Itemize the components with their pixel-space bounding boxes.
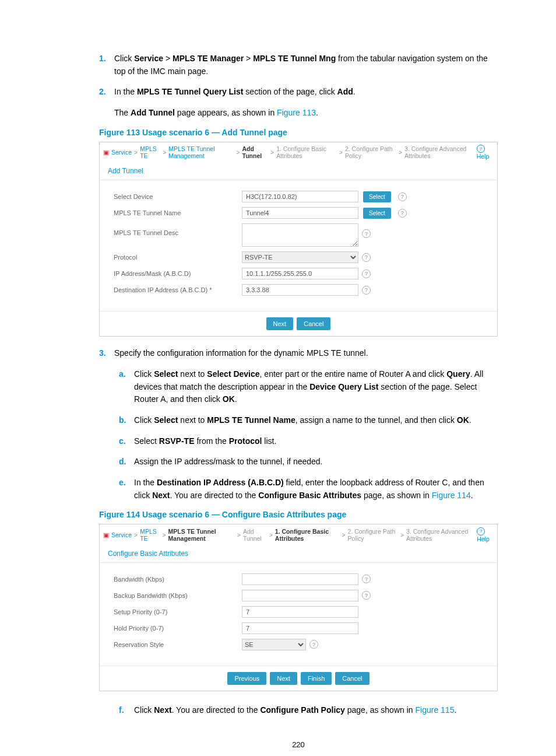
previous-button[interactable]: Previous: [227, 672, 266, 685]
help-icon[interactable]: ?: [362, 253, 371, 262]
cube-icon: ▣: [103, 531, 109, 538]
step-1: 1. Click Service > MPLS TE Manager > MPL…: [99, 52, 498, 78]
form-body: Select Device Select ? MPLS TE Tunnel Na…: [100, 180, 497, 311]
step-3b: b. Click Select next to MPLS TE Tunnel N…: [119, 414, 498, 427]
next-button[interactable]: Next: [266, 317, 294, 330]
backup-bandwidth-label: Backup Bandwidth (Kbps): [114, 592, 242, 599]
select-device-button[interactable]: Select: [363, 191, 391, 202]
protocol-select[interactable]: RSVP-TE: [242, 251, 358, 263]
help-link[interactable]: ?Help: [477, 527, 494, 542]
help-icon: ?: [477, 145, 485, 153]
dest-ip-label: Destination IP Address (A.B.C.D) *: [114, 286, 242, 293]
step-2-text: In the MPLS TE Tunnel Query List section…: [114, 86, 356, 99]
cancel-button[interactable]: Cancel: [335, 672, 369, 685]
help-icon[interactable]: ?: [362, 591, 371, 600]
bandwidth-label: Bandwidth (Kbps): [114, 576, 242, 583]
next-button[interactable]: Next: [270, 672, 297, 685]
tunnel-name-label: MPLS TE Tunnel Name: [114, 209, 242, 216]
figure-114-screenshot: ▣ Service> MPLS TE> MPLS TE Tunnel Manag…: [99, 524, 498, 691]
figure-113-caption: Figure 113 Usage scenario 6 — Add Tunnel…: [99, 128, 498, 137]
reservation-style-label: Reservation Style: [114, 641, 242, 648]
select-device-input[interactable]: [242, 191, 358, 202]
step-3f: f. Click Next. You are directed to the C…: [119, 704, 498, 717]
help-icon[interactable]: ?: [362, 575, 371, 583]
breadcrumb: ▣ Service> MPLS TE> MPLS TE Tunnel Manag…: [100, 524, 497, 545]
tunnel-name-input[interactable]: [242, 207, 358, 219]
ip-mask-input[interactable]: [242, 268, 358, 279]
form-body: Bandwidth (Kbps) ? Backup Bandwidth (Kbp…: [100, 563, 497, 666]
cancel-button[interactable]: Cancel: [297, 317, 330, 330]
figure-113-link[interactable]: Figure 113: [277, 108, 316, 117]
panel-title: Configure Basic Attributes: [100, 545, 497, 563]
step-3: 3. Specify the configuration information…: [99, 347, 498, 360]
step-1-text: Click Service > MPLS TE Manager > MPLS T…: [114, 52, 498, 78]
help-icon[interactable]: ?: [309, 640, 318, 649]
step-1-number: 1.: [99, 52, 114, 78]
step-3a: a. Click Select next to Select Device, e…: [119, 368, 498, 406]
figure-114-caption: Figure 114 Usage scenario 6 — Configure …: [99, 510, 498, 519]
figure-114-link[interactable]: Figure 114: [432, 491, 471, 500]
step-3e: e. In the Destination IP Address (A.B.C.…: [119, 477, 498, 502]
step-3-number: 3.: [99, 347, 114, 360]
help-icon[interactable]: ?: [398, 192, 407, 201]
reservation-style-select[interactable]: SE: [242, 639, 306, 650]
dest-ip-input[interactable]: [242, 284, 358, 296]
help-icon[interactable]: ?: [362, 270, 371, 278]
hold-priority-input[interactable]: [242, 622, 358, 634]
bandwidth-input[interactable]: [242, 573, 358, 585]
setup-priority-input[interactable]: [242, 606, 358, 618]
panel-title: Add Tunnel: [100, 162, 497, 180]
help-icon[interactable]: ?: [398, 209, 407, 218]
button-bar: Previous Next Finish Cancel: [100, 666, 497, 691]
button-bar: Next Cancel: [100, 311, 497, 336]
help-icon: ?: [477, 527, 485, 536]
step-3d: d. Assign the IP address/mask to the tun…: [119, 456, 498, 468]
page-number: 220: [99, 740, 498, 749]
tunnel-desc-label: MPLS TE Tunnel Desc: [114, 223, 242, 236]
step-2-number: 2.: [99, 86, 114, 99]
step-2: 2. In the MPLS TE Tunnel Query List sect…: [99, 86, 498, 99]
figure-115-link[interactable]: Figure 115: [415, 705, 454, 715]
tunnel-name-select-button[interactable]: Select: [363, 208, 391, 219]
setup-priority-label: Setup Priority (0-7): [114, 608, 242, 615]
backup-bandwidth-input[interactable]: [242, 590, 358, 601]
breadcrumb: ▣ Service> MPLS TE> MPLS TE Tunnel Manag…: [100, 142, 497, 163]
step-3-text: Specify the configuration information fo…: [114, 347, 368, 360]
tunnel-desc-input[interactable]: [242, 223, 358, 247]
ip-mask-label: IP Address/Mask (A.B.C.D): [114, 270, 242, 277]
help-icon[interactable]: ?: [362, 286, 371, 295]
cube-icon: ▣: [103, 149, 109, 156]
step-2-followon: The Add Tunnel page appears, as shown in…: [114, 107, 498, 120]
figure-113-screenshot: ▣ Service> MPLS TE> MPLS TE Tunnel Manag…: [99, 142, 498, 337]
select-device-label: Select Device: [114, 193, 242, 200]
step-3c: c. Select RSVP-TE from the Protocol list…: [119, 435, 498, 448]
hold-priority-label: Hold Priority (0-7): [114, 625, 242, 632]
help-link[interactable]: ?Help: [477, 145, 494, 160]
help-icon[interactable]: ?: [362, 229, 371, 238]
document-page: 1. Click Service > MPLS TE Manager > MPL…: [0, 0, 556, 756]
finish-button[interactable]: Finish: [301, 672, 332, 685]
protocol-label: Protocol: [114, 254, 242, 261]
